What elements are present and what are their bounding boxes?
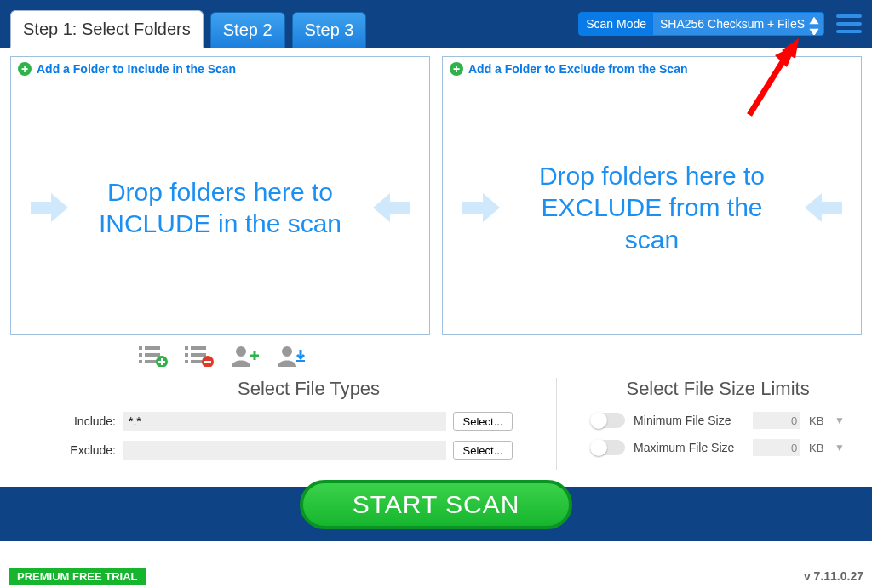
folder-list-toolbar — [10, 335, 862, 373]
file-size-section: Select File Size Limits Minimum File Siz… — [557, 378, 862, 470]
max-size-unit-dropdown[interactable]: ▼ — [835, 442, 845, 454]
exclude-drop-text: Drop folders here to EXCLUDE from the sc… — [512, 160, 793, 256]
min-size-input[interactable] — [753, 412, 800, 429]
svg-rect-14 — [204, 361, 211, 363]
max-size-unit: KB — [809, 442, 826, 454]
arrow-right-icon — [31, 193, 68, 222]
svg-rect-4 — [145, 353, 160, 357]
svg-rect-11 — [191, 353, 206, 357]
include-folders-panel: + Add a Folder to Include in the Scan Dr… — [10, 56, 430, 335]
exclude-types-select-button[interactable]: Select... — [453, 441, 513, 460]
top-bar: Step 1: Select Folders Step 2 Step 3 Sca… — [0, 0, 872, 48]
plus-icon: + — [450, 62, 463, 76]
arrow-left-icon — [373, 193, 410, 222]
svg-rect-9 — [185, 360, 188, 363]
svg-rect-1 — [139, 353, 142, 357]
svg-rect-10 — [191, 346, 206, 350]
trial-badge[interactable]: PREMIUM FREE TRIAL — [9, 568, 146, 585]
min-size-label: Minimum File Size — [634, 414, 744, 427]
file-types-title: Select File Types — [61, 378, 556, 400]
max-size-label: Maximum File Size — [634, 441, 744, 454]
min-size-unit: KB — [809, 414, 826, 427]
svg-rect-3 — [145, 346, 160, 350]
menu-icon[interactable] — [836, 12, 862, 36]
step-tabs: Step 1: Select Folders Step 2 Step 3 — [10, 10, 366, 48]
file-size-title: Select File Size Limits — [591, 378, 845, 400]
start-bar: START SCAN — [0, 487, 872, 541]
start-scan-button[interactable]: START SCAN — [300, 480, 572, 529]
include-types-select-button[interactable]: Select... — [453, 412, 513, 431]
scan-mode-selector[interactable]: Scan Mode — [578, 12, 824, 36]
tab-step-2[interactable]: Step 2 — [210, 12, 285, 48]
min-size-toggle[interactable] — [591, 413, 625, 428]
version-label: v 7.11.0.27 — [804, 569, 863, 583]
max-size-input[interactable] — [753, 439, 800, 456]
max-size-toggle[interactable] — [591, 440, 625, 455]
exclude-folders-panel: + Add a Folder to Exclude from the Scan … — [442, 56, 862, 335]
profile-import-icon[interactable] — [276, 344, 307, 368]
svg-rect-17 — [296, 360, 305, 362]
list-add-icon[interactable] — [138, 344, 169, 368]
tab-step-3[interactable]: Step 3 — [292, 12, 367, 48]
add-exclude-folder-link[interactable]: Add a Folder to Exclude from the Scan — [468, 62, 687, 76]
footer: PREMIUM FREE TRIAL v 7.11.0.27 — [0, 564, 872, 588]
profile-add-icon[interactable] — [230, 344, 261, 368]
arrow-right-icon — [462, 193, 500, 222]
svg-rect-2 — [139, 360, 142, 363]
list-remove-icon[interactable] — [184, 344, 215, 368]
svg-point-15 — [236, 346, 246, 357]
tab-step-1[interactable]: Step 1: Select Folders — [10, 10, 204, 48]
plus-icon: + — [18, 62, 32, 76]
add-include-folder-link[interactable]: Add a Folder to Include in the Scan — [37, 62, 236, 76]
main-content: + Add a Folder to Include in the Scan Dr… — [0, 48, 872, 470]
scan-mode-label: Scan Mode — [579, 17, 653, 31]
exclude-types-input[interactable] — [123, 441, 446, 460]
exclude-types-label: Exclude: — [61, 443, 116, 457]
min-size-unit-dropdown[interactable]: ▼ — [835, 414, 845, 426]
include-drop-zone[interactable]: Drop folders here to INCLUDE in the scan — [11, 81, 429, 334]
svg-rect-7 — [185, 346, 188, 350]
svg-point-16 — [282, 346, 292, 357]
include-types-input[interactable] — [123, 412, 446, 431]
file-types-section: Select File Types Include: Select... Exc… — [10, 378, 557, 470]
include-drop-text: Drop folders here to INCLUDE in the scan — [80, 176, 361, 240]
exclude-drop-zone[interactable]: Drop folders here to EXCLUDE from the sc… — [443, 81, 861, 334]
scan-mode-dropdown[interactable] — [653, 13, 823, 35]
arrow-left-icon — [805, 193, 842, 222]
svg-rect-8 — [185, 353, 188, 357]
svg-rect-0 — [139, 346, 142, 350]
include-types-label: Include: — [61, 414, 116, 428]
